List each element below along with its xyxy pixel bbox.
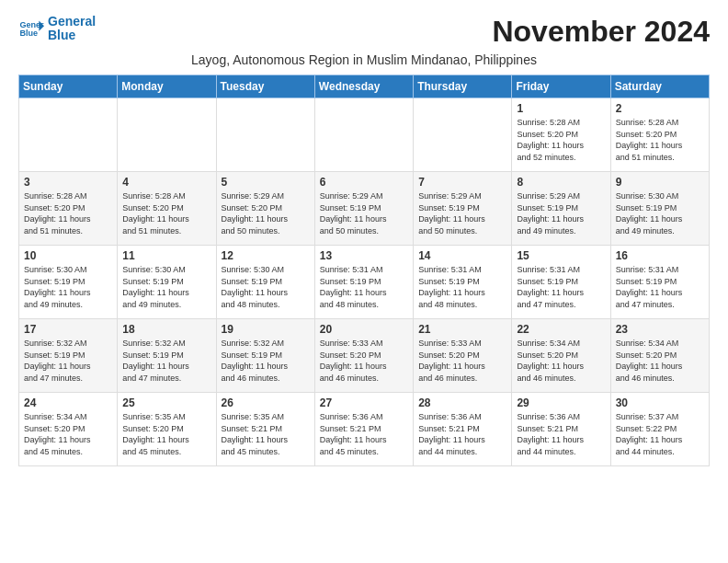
day-info: Sunrise: 5:30 AM Sunset: 5:19 PM Dayligh… [222,264,310,310]
day-info: Sunrise: 5:28 AM Sunset: 5:20 PM Dayligh… [517,117,605,163]
day-number: 2 [616,102,704,115]
day-info: Sunrise: 5:30 AM Sunset: 5:19 PM Dayligh… [122,264,210,310]
day-info: Sunrise: 5:30 AM Sunset: 5:19 PM Dayligh… [24,264,112,310]
day-number: 10 [24,249,112,262]
calendar-cell: 27Sunrise: 5:36 AM Sunset: 5:21 PM Dayli… [314,393,413,466]
day-info: Sunrise: 5:31 AM Sunset: 5:19 PM Dayligh… [517,264,605,310]
calendar-cell: 19Sunrise: 5:32 AM Sunset: 5:19 PM Dayli… [216,319,314,393]
col-header-thursday: Thursday [414,75,512,98]
day-info: Sunrise: 5:29 AM Sunset: 5:19 PM Dayligh… [320,190,408,236]
calendar-cell: 3Sunrise: 5:28 AM Sunset: 5:20 PM Daylig… [19,172,118,246]
calendar-cell: 8Sunrise: 5:29 AM Sunset: 5:19 PM Daylig… [512,172,610,246]
calendar-cell: 1Sunrise: 5:28 AM Sunset: 5:20 PM Daylig… [512,98,610,172]
calendar-cell: 22Sunrise: 5:34 AM Sunset: 5:20 PM Dayli… [512,319,610,393]
day-info: Sunrise: 5:29 AM Sunset: 5:19 PM Dayligh… [517,190,605,236]
day-info: Sunrise: 5:28 AM Sunset: 5:20 PM Dayligh… [616,117,704,163]
calendar-cell: 7Sunrise: 5:29 AM Sunset: 5:19 PM Daylig… [414,172,512,246]
day-number: 24 [24,396,112,409]
calendar-cell: 10Sunrise: 5:30 AM Sunset: 5:19 PM Dayli… [19,246,118,319]
day-info: Sunrise: 5:28 AM Sunset: 5:20 PM Dayligh… [24,190,112,236]
calendar-cell [216,98,314,172]
calendar-cell: 2Sunrise: 5:28 AM Sunset: 5:20 PM Daylig… [610,98,709,172]
day-number: 23 [616,323,704,336]
logo-text-general: General [48,15,96,29]
svg-text:Blue: Blue [19,29,38,39]
day-number: 26 [222,396,310,409]
day-info: Sunrise: 5:34 AM Sunset: 5:20 PM Dayligh… [517,338,605,384]
day-info: Sunrise: 5:33 AM Sunset: 5:20 PM Dayligh… [418,338,506,384]
day-number: 27 [320,396,408,409]
day-number: 6 [320,176,408,189]
day-info: Sunrise: 5:29 AM Sunset: 5:19 PM Dayligh… [418,190,506,236]
day-number: 12 [222,249,310,262]
day-info: Sunrise: 5:35 AM Sunset: 5:20 PM Dayligh… [122,411,210,457]
day-info: Sunrise: 5:35 AM Sunset: 5:21 PM Dayligh… [222,411,310,457]
calendar-cell: 18Sunrise: 5:32 AM Sunset: 5:19 PM Dayli… [118,319,216,393]
day-number: 1 [517,102,605,115]
day-info: Sunrise: 5:31 AM Sunset: 5:19 PM Dayligh… [616,264,704,310]
day-number: 7 [418,176,506,189]
day-number: 15 [517,249,605,262]
day-number: 16 [616,249,704,262]
day-number: 20 [320,323,408,336]
calendar-table: SundayMondayTuesdayWednesdayThursdayFrid… [18,75,710,466]
calendar-cell: 29Sunrise: 5:36 AM Sunset: 5:21 PM Dayli… [512,393,610,466]
day-info: Sunrise: 5:28 AM Sunset: 5:20 PM Dayligh… [122,190,210,236]
col-header-sunday: Sunday [19,75,118,98]
day-number: 5 [222,176,310,189]
logo-icon: General Blue [18,16,44,41]
day-number: 28 [418,396,506,409]
calendar-cell: 17Sunrise: 5:32 AM Sunset: 5:19 PM Dayli… [19,319,118,393]
day-number: 18 [122,323,210,336]
day-number: 21 [418,323,506,336]
day-number: 8 [517,176,605,189]
day-info: Sunrise: 5:34 AM Sunset: 5:20 PM Dayligh… [24,411,112,457]
calendar-cell [19,98,118,172]
col-header-monday: Monday [118,75,216,98]
col-header-friday: Friday [512,75,610,98]
day-number: 25 [122,396,210,409]
day-number: 22 [517,323,605,336]
header: General Blue General Blue November 2024 [18,15,710,49]
day-info: Sunrise: 5:31 AM Sunset: 5:19 PM Dayligh… [418,264,506,310]
day-info: Sunrise: 5:32 AM Sunset: 5:19 PM Dayligh… [122,338,210,384]
day-number: 29 [517,396,605,409]
calendar-cell: 23Sunrise: 5:34 AM Sunset: 5:20 PM Dayli… [610,319,709,393]
calendar-cell: 6Sunrise: 5:29 AM Sunset: 5:19 PM Daylig… [314,172,413,246]
logo: General Blue General Blue [18,15,96,43]
day-info: Sunrise: 5:33 AM Sunset: 5:20 PM Dayligh… [320,338,408,384]
calendar-cell: 14Sunrise: 5:31 AM Sunset: 5:19 PM Dayli… [414,246,512,319]
calendar-cell: 21Sunrise: 5:33 AM Sunset: 5:20 PM Dayli… [414,319,512,393]
day-number: 11 [122,249,210,262]
calendar-cell: 9Sunrise: 5:30 AM Sunset: 5:19 PM Daylig… [610,172,709,246]
calendar-cell: 13Sunrise: 5:31 AM Sunset: 5:19 PM Dayli… [314,246,413,319]
day-number: 17 [24,323,112,336]
day-info: Sunrise: 5:36 AM Sunset: 5:21 PM Dayligh… [418,411,506,457]
calendar-cell: 25Sunrise: 5:35 AM Sunset: 5:20 PM Dayli… [118,393,216,466]
day-info: Sunrise: 5:36 AM Sunset: 5:21 PM Dayligh… [517,411,605,457]
calendar-cell: 24Sunrise: 5:34 AM Sunset: 5:20 PM Dayli… [19,393,118,466]
calendar-cell: 26Sunrise: 5:35 AM Sunset: 5:21 PM Dayli… [216,393,314,466]
day-info: Sunrise: 5:29 AM Sunset: 5:20 PM Dayligh… [222,190,310,236]
calendar-cell: 30Sunrise: 5:37 AM Sunset: 5:22 PM Dayli… [610,393,709,466]
day-number: 14 [418,249,506,262]
calendar-cell [118,98,216,172]
day-number: 4 [122,176,210,189]
col-header-wednesday: Wednesday [314,75,413,98]
calendar-cell [314,98,413,172]
day-number: 13 [320,249,408,262]
subtitle: Layog, Autonomous Region in Muslim Minda… [18,52,710,67]
calendar-cell: 15Sunrise: 5:31 AM Sunset: 5:19 PM Dayli… [512,246,610,319]
calendar-cell: 28Sunrise: 5:36 AM Sunset: 5:21 PM Dayli… [414,393,512,466]
day-info: Sunrise: 5:32 AM Sunset: 5:19 PM Dayligh… [24,338,112,384]
logo-text-blue: Blue [48,29,96,42]
day-info: Sunrise: 5:31 AM Sunset: 5:19 PM Dayligh… [320,264,408,310]
day-number: 3 [24,176,112,189]
calendar-cell: 20Sunrise: 5:33 AM Sunset: 5:20 PM Dayli… [314,319,413,393]
month-title: November 2024 [492,15,710,49]
calendar-cell: 16Sunrise: 5:31 AM Sunset: 5:19 PM Dayli… [610,246,709,319]
calendar-cell [414,98,512,172]
day-number: 30 [616,396,704,409]
col-header-tuesday: Tuesday [216,75,314,98]
col-header-saturday: Saturday [610,75,709,98]
